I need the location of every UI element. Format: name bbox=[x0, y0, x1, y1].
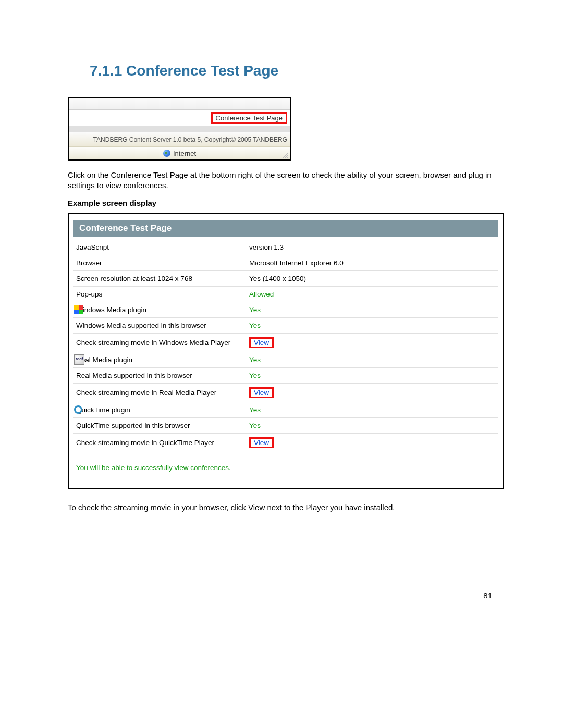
result-label: QuickTime plugin bbox=[73, 402, 246, 417]
browser-toolbar-strip bbox=[69, 98, 290, 110]
example-subheading: Example screen display bbox=[68, 199, 495, 207]
result-label: Screen resolution at least 1024 x 768 bbox=[73, 270, 246, 286]
windows-media-icon bbox=[74, 305, 83, 314]
separator-strip bbox=[69, 126, 290, 132]
screenshot-nav-area: Conference Test Page TANDBERG Content Se… bbox=[68, 97, 291, 161]
quicktime-icon bbox=[74, 405, 82, 414]
result-label: Windows Media supported in this browser bbox=[73, 317, 246, 333]
result-value: Yes bbox=[246, 317, 498, 333]
paragraph-intro: Click on the Conference Test Page at the… bbox=[68, 170, 495, 191]
internet-zone-icon bbox=[163, 150, 170, 157]
browser-status-bar: Internet bbox=[69, 146, 290, 159]
result-value: Allowed bbox=[246, 286, 498, 302]
panel-title: Conference Test Page bbox=[73, 220, 498, 237]
result-value: Microsoft Internet Explorer 6.0 bbox=[246, 255, 498, 270]
result-label: Check streaming movie in QuickTime Playe… bbox=[73, 433, 246, 452]
zone-label: Internet bbox=[173, 150, 196, 157]
result-label: JavaScript bbox=[73, 240, 246, 255]
success-message: You will be able to successfully view co… bbox=[73, 452, 498, 475]
page-number: 81 bbox=[68, 591, 495, 600]
result-label: QuickTime supported in this browser bbox=[73, 417, 246, 433]
result-value: Yes bbox=[246, 367, 498, 383]
result-value: version 1.3 bbox=[246, 240, 498, 255]
page-footer-link-row: Conference Test Page bbox=[69, 110, 290, 126]
view-link[interactable]: View bbox=[254, 339, 269, 347]
result-label: Browser bbox=[73, 255, 246, 270]
real-media-icon: real bbox=[74, 354, 84, 365]
section-heading: 7.1.1 Conference Test Page bbox=[90, 63, 495, 79]
screenshot-test-page: Conference Test Page JavaScriptversion 1… bbox=[68, 213, 504, 489]
result-value: Yes bbox=[246, 352, 498, 367]
view-link[interactable]: View bbox=[254, 389, 269, 397]
result-value: Yes bbox=[246, 302, 498, 317]
result-label: realReal Media plugin bbox=[73, 352, 246, 367]
result-label: Real Media supported in this browser bbox=[73, 367, 246, 383]
paragraph-view: To check the streaming movie in your bro… bbox=[68, 502, 495, 513]
results-table: JavaScriptversion 1.3BrowserMicrosoft In… bbox=[73, 240, 498, 475]
result-label: Pop-ups bbox=[73, 286, 246, 302]
result-value: Yes bbox=[246, 402, 498, 417]
result-label: Check streaming movie in Windows Media P… bbox=[73, 333, 246, 352]
result-label: Windows Media plugin bbox=[73, 302, 246, 317]
result-value: Yes (1400 x 1050) bbox=[246, 270, 498, 286]
conference-test-page-link[interactable]: Conference Test Page bbox=[211, 112, 287, 124]
result-value: Yes bbox=[246, 417, 498, 433]
copyright-text: TANDBERG Content Server 1.0 beta 5, Copy… bbox=[93, 136, 290, 143]
result-label: Check streaming movie in Real Media Play… bbox=[73, 383, 246, 402]
view-link[interactable]: View bbox=[254, 439, 269, 447]
copyright-footer: TANDBERG Content Server 1.0 beta 5, Copy… bbox=[69, 132, 290, 146]
